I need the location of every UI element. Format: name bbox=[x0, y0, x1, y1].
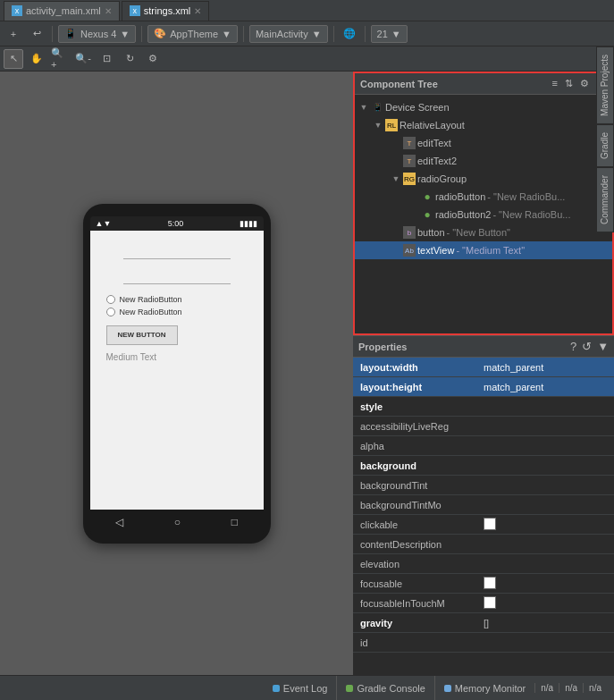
settings-btn[interactable]: ⚙ bbox=[143, 49, 163, 69]
activity-selector[interactable]: MainActivity ▼ bbox=[249, 25, 328, 43]
fit-btn[interactable]: ⊡ bbox=[97, 49, 116, 69]
prop-value-gravity[interactable]: [] bbox=[478, 618, 614, 628]
prop-value-clickable bbox=[478, 518, 614, 532]
vtab-gradle[interactable]: Gradle bbox=[596, 124, 614, 167]
toolbar-new-btn[interactable]: + bbox=[4, 24, 23, 44]
tree-node-radiobutton2[interactable]: ● radioButton2 - "New RadioBu... bbox=[355, 206, 612, 223]
radiobutton1-icon: ● bbox=[421, 190, 433, 203]
theme-label: AppTheme bbox=[170, 29, 218, 39]
phone-screen: New RadioButton New RadioButton NEW BUTT… bbox=[90, 231, 264, 510]
status-memory-monitor[interactable]: Memory Monitor bbox=[434, 676, 534, 700]
props-help-btn[interactable]: ? bbox=[570, 340, 576, 353]
device-chevron: ▼ bbox=[120, 29, 130, 39]
prop-value-layout-width[interactable]: match_parent bbox=[478, 362, 614, 373]
tree-node-button[interactable]: b button - "New Button" bbox=[355, 223, 612, 241]
prop-name-id: id bbox=[353, 637, 478, 648]
tree-node-button-value: - "New Button" bbox=[447, 227, 510, 238]
tab-activity-main-icon: x bbox=[12, 5, 22, 16]
pan-btn[interactable]: ✋ bbox=[27, 49, 46, 69]
locale-btn[interactable]: 🌐 bbox=[340, 24, 359, 44]
phone-radiogroup: New RadioButton New RadioButton bbox=[106, 295, 255, 316]
tree-node-relativelayout[interactable]: ▼ RL RelativeLayout bbox=[355, 116, 612, 134]
prop-name-content-desc: contentDescription bbox=[353, 539, 478, 550]
theme-chevron: ▼ bbox=[222, 29, 231, 39]
phone-time: 5:00 bbox=[168, 219, 184, 228]
focusable-touch-checkbox[interactable] bbox=[484, 596, 496, 609]
tree-settings-btn[interactable]: ⚙ bbox=[578, 78, 591, 89]
select-btn[interactable]: ↖ bbox=[4, 49, 23, 69]
phone-battery: ▮▮▮▮ bbox=[240, 219, 257, 228]
tree-node-textview-value: - "Medium Text" bbox=[456, 245, 525, 256]
tree-node-edittext2[interactable]: T editText2 bbox=[355, 152, 612, 170]
prop-row-background: background bbox=[353, 456, 614, 476]
prop-name-alpha: alpha bbox=[353, 441, 478, 451]
prop-value-layout-height[interactable]: match_parent bbox=[478, 382, 614, 392]
vertical-tabs: Maven Projects Gradle Commander bbox=[596, 46, 614, 232]
tree-collapse-all-btn[interactable]: ⇅ bbox=[563, 78, 575, 89]
focusable-checkbox[interactable] bbox=[484, 577, 496, 589]
toolbar-sep4 bbox=[333, 26, 334, 42]
radio-circle-2 bbox=[106, 308, 115, 316]
prop-row-content-desc: contentDescription bbox=[353, 535, 614, 554]
tree-node-edittext2-label: editText2 bbox=[417, 156, 457, 166]
prop-row-id: id bbox=[353, 633, 614, 653]
props-header: Properties ? ↺ ▼ bbox=[353, 336, 614, 358]
refresh-btn[interactable]: ↻ bbox=[120, 49, 139, 69]
phone-radio1: New RadioButton bbox=[106, 295, 255, 304]
tab-strings[interactable]: x strings.xml ✕ bbox=[122, 1, 210, 21]
toolbar-undo-btn[interactable]: ↩ bbox=[27, 24, 46, 44]
prop-row-layout-height: layout:height match_parent bbox=[353, 377, 614, 397]
tree-expand-relativelayout: ▼ bbox=[373, 121, 383, 130]
prop-name-background: background bbox=[353, 460, 478, 471]
phone-nav-bar: ◁ ○ □ bbox=[90, 510, 264, 535]
status-bar: Event Log Gradle Console Memory Monitor … bbox=[0, 675, 614, 700]
tab-activity-main-close[interactable]: ✕ bbox=[105, 6, 112, 16]
tab-bar: x activity_main.xml ✕ x strings.xml ✕ bbox=[0, 0, 614, 21]
device-selector[interactable]: 📱 Nexus 4 ▼ bbox=[58, 25, 136, 43]
phone-textview: Medium Text bbox=[106, 352, 255, 362]
prop-name-bg-tint: backgroundTint bbox=[353, 480, 478, 491]
zoom-out-btn[interactable]: 🔍- bbox=[73, 49, 93, 69]
toolbar-sep1 bbox=[52, 26, 53, 42]
phone-status-bar: ▲▼ 5:00 ▮▮▮▮ bbox=[90, 216, 264, 231]
prop-row-elevation: elevation bbox=[353, 554, 614, 574]
toolbar-secondary: ↖ ✋ 🔍+ 🔍- ⊡ ↻ ⚙ bbox=[0, 46, 614, 72]
status-event-log[interactable]: Event Log bbox=[264, 676, 337, 700]
prop-row-bg-tint: backgroundTint bbox=[353, 476, 614, 495]
vtab-commander[interactable]: Commander bbox=[596, 167, 614, 232]
props-reset-btn[interactable]: ↺ bbox=[582, 340, 592, 353]
tab-strings-close[interactable]: ✕ bbox=[194, 6, 201, 16]
vtab-maven[interactable]: Maven Projects bbox=[596, 46, 614, 124]
status-gradle-console[interactable]: Gradle Console bbox=[336, 676, 433, 700]
tree-title: Component Tree bbox=[360, 79, 438, 89]
tree-node-radiobutton1[interactable]: ● radioButton - "New RadioBu... bbox=[355, 188, 612, 206]
tree-expand-all-btn[interactable]: ≡ bbox=[551, 78, 559, 89]
tree-node-edittext1[interactable]: T editText bbox=[355, 134, 612, 152]
relativelayout-icon: RL bbox=[385, 119, 398, 131]
theme-selector[interactable]: 🎨 AppTheme ▼ bbox=[147, 25, 238, 43]
prop-name-focusable: focusable bbox=[353, 578, 478, 589]
memory-monitor-label: Memory Monitor bbox=[455, 683, 526, 694]
api-selector[interactable]: 21 ▼ bbox=[371, 25, 408, 43]
tab-activity-main[interactable]: x activity_main.xml ✕ bbox=[4, 1, 120, 21]
status-val2: n/a bbox=[559, 683, 583, 693]
memory-monitor-dot bbox=[444, 685, 451, 692]
phone-radio2: New RadioButton bbox=[106, 308, 255, 316]
textview-icon: Ab bbox=[403, 244, 416, 257]
tree-node-edittext1-label: editText bbox=[417, 138, 451, 148]
nav-recents-icon: □ bbox=[231, 516, 238, 528]
tree-expand-device: ▼ bbox=[358, 103, 369, 112]
props-filter-btn[interactable]: ▼ bbox=[597, 340, 609, 353]
edittext1-icon: T bbox=[403, 137, 416, 149]
event-log-dot bbox=[273, 685, 280, 692]
theme-icon: 🎨 bbox=[154, 28, 166, 39]
tree-node-radiogroup[interactable]: ▼ RG radioGroup bbox=[355, 170, 612, 188]
zoom-in-btn[interactable]: 🔍+ bbox=[50, 49, 70, 69]
tree-node-textview[interactable]: Ab textView - "Medium Text" bbox=[355, 241, 612, 259]
api-label: 21 bbox=[377, 29, 388, 39]
tree-node-device-screen[interactable]: ▼ 📱 Device Screen bbox=[355, 98, 612, 116]
phone-carrier: ▲▼ bbox=[96, 219, 112, 228]
phone-button: NEW BUTTON bbox=[106, 325, 178, 345]
toolbar-main: + ↩ 📱 Nexus 4 ▼ 🎨 AppTheme ▼ MainActivit… bbox=[0, 21, 614, 46]
clickable-checkbox[interactable] bbox=[484, 518, 496, 530]
